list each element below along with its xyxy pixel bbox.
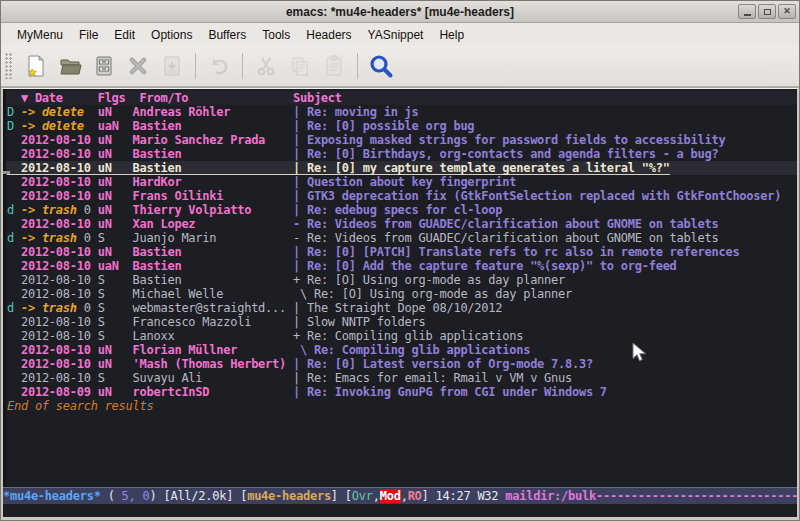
close-button[interactable]: ✕	[778, 4, 796, 19]
message-row[interactable]: 2012-08-10 uN HardKor | Question about k…	[3, 175, 797, 189]
message-list: D -> delete uN Andreas Röhler | Re: movi…	[3, 105, 797, 399]
save-buffer-button[interactable]	[155, 50, 189, 82]
end-of-results-text: End of search results	[3, 399, 797, 413]
cut-scissors-icon	[254, 54, 278, 78]
message-row[interactable]: 2012-08-10 uN 'Mash (Thomas Herbert) | R…	[3, 357, 797, 371]
maximize-button[interactable]	[758, 4, 776, 19]
title-bar[interactable]: emacs: *mu4e-headers* [mu4e-headers] ✕	[1, 1, 799, 23]
message-row[interactable]: 2012-08-10 uN Florian Müllner \ Re: Comp…	[3, 343, 797, 357]
message-row[interactable]: D -> delete uaN Bastien | Re: [0] possib…	[3, 119, 797, 133]
menu-edit[interactable]: Edit	[106, 25, 143, 45]
message-row[interactable]: 2012-08-10 S Suvayu Ali | Re: Emacs for …	[3, 371, 797, 385]
emacs-window: emacs: *mu4e-headers* [mu4e-headers] ✕ M…	[0, 0, 800, 521]
message-row[interactable]: 2012-08-10 uaN Bastien | Re: [0] Add the…	[3, 259, 797, 273]
message-row-current[interactable]: 2012-08-10 uN Bastien | Re: [0] my captu…	[3, 161, 797, 175]
undo-icon	[207, 54, 231, 78]
copy-button[interactable]	[283, 50, 317, 82]
search-icon	[368, 53, 394, 79]
echo-area[interactable]	[3, 504, 797, 517]
window-title: emacs: *mu4e-headers* [mu4e-headers]	[1, 5, 799, 19]
message-row[interactable]: 2012-08-09 uN robertcInSD | Re: Invoking…	[3, 385, 797, 399]
message-row[interactable]: 2012-08-10 S Bastien + Re: [O] Using org…	[3, 273, 797, 287]
search-button[interactable]	[364, 50, 398, 82]
column-header-row[interactable]: ▼ Date Flgs From/To Subject	[3, 91, 797, 105]
file-cabinet-button[interactable]	[87, 50, 121, 82]
save-icon	[160, 54, 184, 78]
menu-headers[interactable]: Headers	[298, 25, 359, 45]
message-row[interactable]: d -> trash 0 uN Thierry Volpiatto | Re: …	[3, 203, 797, 217]
menu-file[interactable]: File	[71, 25, 106, 45]
undo-button[interactable]	[202, 50, 236, 82]
open-folder-icon	[58, 54, 82, 78]
open-folder-button[interactable]	[53, 50, 87, 82]
message-row[interactable]: d -> trash 0 S Juanjo Marin - Re: Videos…	[3, 231, 797, 245]
maximize-icon	[764, 9, 771, 15]
close-x-icon	[126, 54, 150, 78]
new-file-button[interactable]	[19, 50, 53, 82]
window-bottom-border	[1, 517, 799, 520]
message-row[interactable]: 2012-08-10 uN Xan Lopez - Re: Videos fro…	[3, 217, 797, 231]
message-row[interactable]: 2012-08-10 uN Frans Oilinki | GTK3 depre…	[3, 189, 797, 203]
message-row[interactable]: 2012-08-10 uN Mario Sanchez Prada | Expo…	[3, 133, 797, 147]
mu4e-headers-buffer[interactable]: ▼ Date Flgs From/To Subject D -> delete …	[3, 89, 797, 487]
message-row[interactable]: 2012-08-10 S Michael Welle \ Re: [O] Usi…	[3, 287, 797, 301]
menu-tools[interactable]: Tools	[254, 25, 298, 45]
toolbar-separator	[357, 53, 358, 79]
fringe-position-marker	[3, 171, 10, 174]
file-cabinet-icon	[92, 54, 116, 78]
message-row[interactable]: d -> trash 0 S webmaster@straightd... | …	[3, 301, 797, 315]
cut-button[interactable]	[249, 50, 283, 82]
menu-yasnippet[interactable]: YASnippet	[360, 25, 432, 45]
minimize-icon	[744, 14, 751, 16]
menu-help[interactable]: Help	[431, 25, 472, 45]
window-controls: ✕	[738, 4, 796, 19]
mode-line[interactable]: *mu4e-headers* ( 5, 0) [All/2.0k] [mu4e-…	[3, 487, 797, 504]
paste-button[interactable]	[317, 50, 351, 82]
toolbar-separator	[242, 53, 243, 79]
message-row[interactable]: D -> delete uN Andreas Röhler | Re: movi…	[3, 105, 797, 119]
menu-bar: MyMenuFileEditOptionsBuffersToolsHeaders…	[1, 23, 799, 46]
close-buffer-button[interactable]	[121, 50, 155, 82]
paste-clipboard-icon	[322, 54, 346, 78]
message-row[interactable]: 2012-08-10 uN Bastien | Re: [0] Birthday…	[3, 147, 797, 161]
menu-mymenu[interactable]: MyMenu	[9, 25, 71, 45]
menu-buffers[interactable]: Buffers	[200, 25, 254, 45]
left-fringe	[3, 89, 6, 487]
minimize-button[interactable]	[738, 4, 756, 19]
menu-options[interactable]: Options	[143, 25, 200, 45]
new-file-icon	[24, 54, 48, 78]
toolbar-grip[interactable]	[5, 53, 13, 79]
close-icon: ✕	[783, 7, 791, 16]
copy-icon	[288, 54, 312, 78]
toolbar	[1, 46, 799, 87]
message-row[interactable]: 2012-08-10 S Lanoxx + Re: Compiling glib…	[3, 329, 797, 343]
toolbar-separator	[195, 53, 196, 79]
column-headers: ▼ Date Flgs From/To Subject	[7, 91, 342, 105]
message-row[interactable]: 2012-08-10 uN Bastien | Re: [0] [PATCH] …	[3, 245, 797, 259]
message-row[interactable]: 2012-08-10 S Francesco Mazzoli | Slow NN…	[3, 315, 797, 329]
